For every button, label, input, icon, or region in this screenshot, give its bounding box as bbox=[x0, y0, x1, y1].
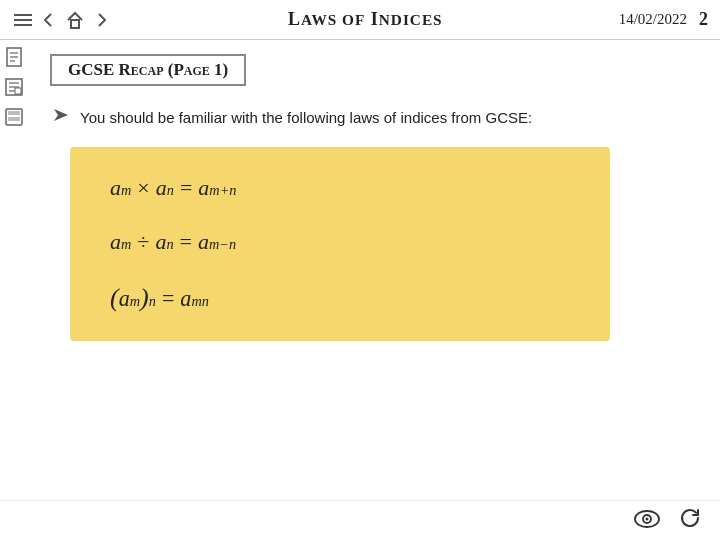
sidebar-page-icon[interactable] bbox=[3, 46, 25, 68]
intro-line: You should be familiar with the followin… bbox=[50, 104, 700, 131]
svg-rect-12 bbox=[15, 88, 21, 94]
svg-rect-15 bbox=[8, 117, 20, 121]
heading-label: GCSE Recap (Page 1) bbox=[68, 60, 228, 79]
heading-box: GCSE Recap (Page 1) bbox=[50, 54, 246, 86]
svg-rect-3 bbox=[71, 20, 79, 28]
refresh-icon[interactable] bbox=[678, 506, 702, 536]
formula-2: am ÷ an = am−n bbox=[110, 229, 570, 255]
svg-point-19 bbox=[646, 517, 649, 520]
svg-rect-14 bbox=[8, 111, 20, 115]
forward-icon[interactable] bbox=[90, 9, 112, 31]
sidebar-layers-icon[interactable] bbox=[3, 106, 25, 128]
bullet-arrow-icon bbox=[50, 104, 72, 131]
svg-marker-16 bbox=[54, 109, 68, 121]
top-bar: LAWS OF INDICES 14/02/2022 2 bbox=[0, 0, 720, 40]
bottom-bar bbox=[0, 500, 720, 540]
date-label: 14/02/2022 bbox=[619, 11, 687, 28]
date-page-area: 14/02/2022 2 bbox=[619, 9, 708, 30]
sidebar-notes-icon[interactable] bbox=[3, 76, 25, 98]
eye-icon[interactable] bbox=[634, 508, 660, 534]
intro-text: You should be familiar with the followin… bbox=[80, 109, 532, 126]
menu-icon[interactable] bbox=[12, 9, 34, 31]
formula-1: am × an = am+n bbox=[110, 175, 570, 201]
formula-3: ( am )n = amn bbox=[110, 283, 570, 313]
back-icon[interactable] bbox=[38, 9, 60, 31]
page-title: LAWS OF INDICES bbox=[112, 9, 619, 30]
page-number: 2 bbox=[699, 9, 708, 30]
home-icon[interactable] bbox=[64, 9, 86, 31]
title-text: LAWS OF INDICES bbox=[288, 9, 443, 29]
formula-box: am × an = am+n am ÷ an = am−n ( am )n bbox=[70, 147, 610, 341]
main-content: GCSE Recap (Page 1) You should be famili… bbox=[30, 40, 720, 500]
left-sidebar bbox=[0, 40, 28, 128]
top-nav bbox=[12, 9, 112, 31]
